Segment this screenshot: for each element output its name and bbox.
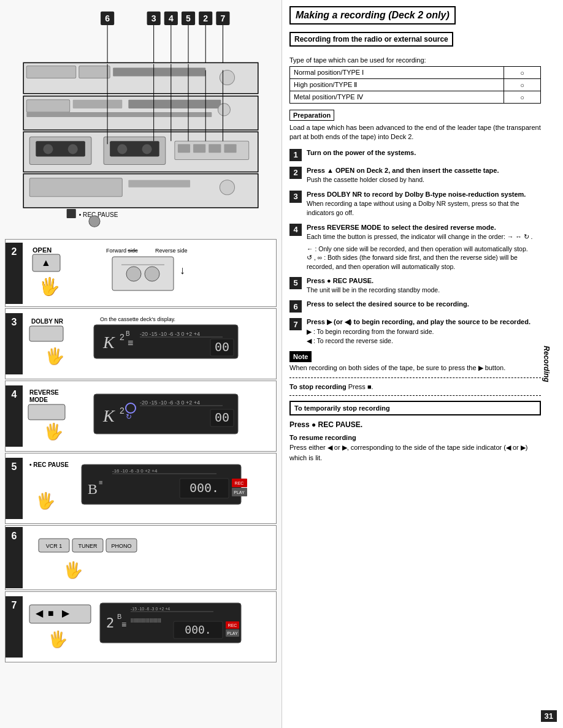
vertical-label: Recording [542,346,550,382]
svg-rect-20 [79,66,110,78]
svg-rect-31 [36,141,85,156]
device-diagram: 6 3 4 5 2 7 [5,6,277,233]
svg-text:2: 2 [106,615,114,631]
svg-text:00: 00 [215,410,229,425]
tape-type-1: Normal position/TYPE Ⅰ [290,67,504,79]
svg-text:≡: ≡ [121,620,126,629]
svg-point-66 [145,267,159,281]
svg-text:PLAY: PLAY [234,490,245,495]
svg-rect-21 [113,67,205,76]
svg-text:🖐: 🖐 [39,276,60,297]
step-3-row: 3 DOLBY NR 🖐 On the cassette deck's disp… [5,308,277,379]
svg-rect-28 [26,112,212,117]
reverse-line1: ← : Only one side will be recorded, and … [307,245,541,254]
resume-title: To resume recording [289,434,356,441]
svg-rect-54 [67,209,76,218]
svg-text:B: B [126,330,130,337]
temp-stop-box: To temporarily stop recording [289,401,541,415]
tape-avail-2: ○ [504,79,541,91]
step-6-row: 6 VCR 1 TUNER PHONO 🖐 [5,525,277,590]
dotted-divider-2 [289,395,541,396]
svg-rect-41 [209,144,221,153]
step-4-badge: 4 [6,385,23,447]
note-label: Note [289,351,312,362]
svg-text:🖐: 🖐 [63,560,83,580]
svg-text:3: 3 [151,13,156,23]
step-6-content: VCR 1 TUNER PHONO 🖐 [23,526,276,590]
svg-text:▶: ▶ [62,608,70,618]
svg-point-22 [220,70,234,85]
step-text-5: Press ● REC PAUSE. The unit will be in t… [307,276,541,295]
svg-text:4: 4 [169,13,174,23]
page-number: 31 [541,710,557,722]
svg-text:PHONO: PHONO [111,543,131,549]
step-7-badge: 7 [6,596,23,658]
svg-text:2: 2 [203,13,208,23]
svg-text:REC: REC [228,623,237,628]
step-4-content: REVERSE MODE 🖐 K 2 ↻ -20 -15 -10 -6 -3 0… [23,381,276,451]
svg-point-36 [117,144,127,154]
tape-type-2: High position/TYPE Ⅱ [290,79,504,91]
step-badge-4: 4 [289,224,302,236]
svg-text:VCR 1: VCR 1 [46,543,63,549]
svg-text:B: B [88,481,98,497]
svg-text:REVERSE: REVERSE [29,389,59,396]
preparation-label: Preparation [289,110,334,121]
step-7-row: 7 ◀ ■ ▶ 🖐 2 B ≡ -15 -10 -6 [5,591,277,662]
step-text-7: Press ▶ (or ◀) to begin recording, and p… [307,317,541,346]
svg-rect-35 [110,141,159,156]
svg-text:-15 -10 -6 -3 0 +2 +4: -15 -10 -6 -3 0 +2 +4 [131,607,170,611]
svg-text:2: 2 [120,406,124,415]
step-5-content: • REC PAUSE B ≡ -16 -10 -6 -3 0 +2 +4 00… [23,453,276,523]
svg-text:MODE: MODE [29,396,48,403]
instruction-step-7: 7 Press ▶ (or ◀) to begin recording, and… [289,317,541,346]
svg-rect-19 [26,66,76,78]
step-5-badge: 5 [6,458,23,519]
stop-recording: To stop recording Press ■. [289,383,541,390]
preparation-text: Load a tape which has been advanced to t… [289,123,541,142]
svg-text:2: 2 [120,332,124,342]
step-3-content: DOLBY NR 🖐 On the cassette deck's displa… [23,309,276,379]
svg-text:K: K [102,333,115,352]
svg-rect-39 [178,144,190,153]
reverse-line2: ↺ , ∞ : Both sides (the forward side fir… [307,253,541,271]
step-illustrations: 2 OPEN ▲ 🖐 Forward side Reverse side [5,239,277,662]
svg-text:🖐: 🖐 [44,422,64,441]
step-text-4: Press REVERSE MODE to select the desired… [307,223,541,271]
step-3-badge: 3 [6,313,23,374]
svg-rect-84 [28,404,65,420]
svg-rect-24 [26,100,69,112]
svg-rect-42 [224,144,236,153]
svg-text:≡: ≡ [128,338,133,348]
svg-rect-26 [128,100,221,108]
svg-text:≡: ≡ [99,479,102,486]
svg-text:7: 7 [220,13,225,23]
step-2-badge: 2 [6,243,23,304]
resume-text: Press either ◀ or ▶, corresponding to th… [289,444,527,461]
svg-text:-20 -15 -10 -6 -3 0 +2 +4: -20 -15 -10 -6 -3 0 +2 +4 [140,400,200,406]
svg-text:K: K [102,406,115,425]
svg-rect-25 [73,100,123,108]
svg-point-53 [220,180,234,195]
step-badge-6: 6 [289,300,302,313]
svg-text:◀: ◀ [36,608,44,618]
svg-text:🖐: 🖐 [45,346,65,366]
tape-table-intro: Type of tape which can be used for recor… [289,56,541,64]
svg-text:■: ■ [48,608,54,618]
step-2-row: 2 OPEN ▲ 🖐 Forward side Reverse side [5,239,277,307]
step-2-content: OPEN ▲ 🖐 Forward side Reverse side ↓ [23,240,276,306]
instruction-step-1: 1 Turn on the power of the systems. [289,148,541,161]
svg-text:00: 00 [215,339,229,354]
step-text-3: Press DOLBY NR to record by Dolby B-type… [307,190,541,218]
instruction-step-6: 6 Press to select the desired source to … [289,300,541,313]
stop-recording-title: To stop recording [289,383,347,390]
svg-point-37 [142,144,152,154]
svg-text:6: 6 [105,13,110,23]
svg-point-56 [89,216,100,227]
svg-text:• REC PAUSE: • REC PAUSE [29,461,69,468]
temp-stop-instruction: Press ● REC PAUSE. [289,420,541,429]
svg-text:TUNER: TUNER [79,543,98,549]
svg-text:OPEN: OPEN [33,246,52,254]
svg-text:REC: REC [235,481,244,485]
step-badge-2: 2 [289,167,302,179]
